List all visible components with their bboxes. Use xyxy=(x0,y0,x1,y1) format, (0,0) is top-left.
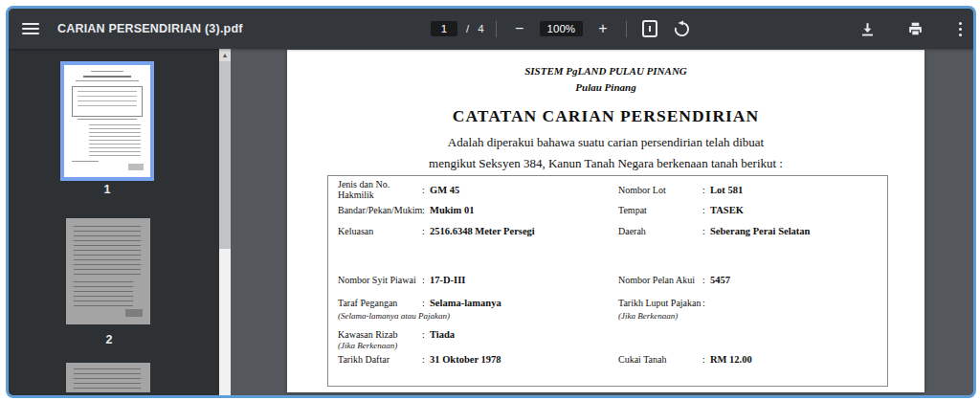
more-options-icon[interactable] xyxy=(959,22,962,36)
page-total: 4 xyxy=(478,23,483,34)
field-row: Tarikh Daftar : 31 Oktober 1978 xyxy=(338,352,617,366)
table-right-column: Nombor Lot : Lot 581 Tempat : TASEK Daer… xyxy=(618,176,881,386)
field-label: Cukai Tanah xyxy=(618,354,702,365)
pdf-toolbar: CARIAN PERSENDIRIAN (3).pdf 1 / 4 − 100%… xyxy=(9,9,973,49)
thumb-line xyxy=(76,80,139,81)
field-row: Nombor Lot : Lot 581 xyxy=(618,183,881,196)
thumb-paragraph xyxy=(89,124,141,157)
thumbnail-page-1[interactable] xyxy=(60,61,154,181)
thumb-line xyxy=(83,76,131,78)
menu-icon[interactable] xyxy=(22,23,39,34)
field-row: Tempat : TASEK xyxy=(618,203,881,216)
print-button[interactable] xyxy=(903,17,926,40)
field-colon: : xyxy=(422,205,430,215)
field-row: Keluasan : 2516.6348 Meter Persegi xyxy=(338,224,617,237)
field-value: Tiada xyxy=(430,329,455,340)
thumb-paragraph xyxy=(74,226,141,276)
field-label: Taraf Pegangan xyxy=(338,298,422,308)
table-left-column: Jenis dan No. Hakmilik : GM 45 Bandar/Pe… xyxy=(338,176,617,386)
field-colon: : xyxy=(422,275,430,285)
zoom-level-input[interactable]: 100% xyxy=(540,21,583,36)
field-label: Daerah xyxy=(618,226,702,236)
field-colon: : xyxy=(702,275,710,285)
field-colon: : xyxy=(702,226,710,236)
field-colon: : xyxy=(702,354,710,365)
field-value: 17-D-III xyxy=(430,275,465,285)
field-label: Keluasan xyxy=(338,226,422,236)
field-row: Jenis dan No. Hakmilik : GM 45 xyxy=(338,183,617,196)
field-value: 31 Oktober 1978 xyxy=(430,354,501,365)
field-row: Taraf Pegangan : Selama-lamanya xyxy=(338,296,617,309)
field-row: Kawasan Rizab : Tiada xyxy=(338,327,617,341)
org-line-1: SISTEM PgLAND PULAU PINANG xyxy=(287,65,924,77)
download-button[interactable] xyxy=(856,17,879,40)
fit-to-page-button[interactable] xyxy=(638,17,661,40)
intro-line-1: Adalah diperakui bahawa suatu carian per… xyxy=(287,135,924,150)
field-colon: : xyxy=(422,329,430,340)
field-row: Bandar/Pekan/Mukim : Mukim 01 xyxy=(338,203,617,216)
fit-to-page-icon xyxy=(642,20,657,37)
field-row: Nombor Syit Piawai : 17-D-III xyxy=(338,273,617,286)
field-value: Selama-lamanya xyxy=(430,298,501,308)
sidebar-scrollbar[interactable]: ▲ xyxy=(219,49,231,395)
page-number-input[interactable]: 1 xyxy=(431,21,457,36)
field-row: Daerah : Seberang Perai Selatan xyxy=(618,224,881,237)
field-note: (Jika Berkenaan) xyxy=(618,311,881,321)
toolbar-divider xyxy=(626,21,627,37)
field-value: Mukim 01 xyxy=(430,205,474,215)
field-colon: : xyxy=(702,205,710,215)
field-row: Tarikh Luput Pajakan : xyxy=(618,296,881,309)
pdf-page-1: SISTEM PgLAND PULAU PINANG Pulau Pinang … xyxy=(287,50,924,392)
thumb-line xyxy=(78,119,137,120)
toolbar-divider xyxy=(496,21,497,37)
minus-icon: − xyxy=(515,21,523,36)
intro-line-2: mengikut Seksyen 384, Kanun Tanah Negara… xyxy=(287,156,924,171)
thumb-stamp xyxy=(128,164,144,170)
zoom-in-button[interactable]: + xyxy=(591,17,614,40)
field-row: Cukai Tanah : RM 12.00 xyxy=(618,352,881,366)
field-value: TASEK xyxy=(710,205,744,215)
page-separator: / xyxy=(466,23,469,34)
field-note: (Selama-lamanya atau Pajakan) xyxy=(338,311,617,321)
thumbnail-label-2: 2 xyxy=(62,333,156,346)
org-line-2: Pulau Pinang xyxy=(287,81,924,93)
thumb-line xyxy=(72,161,99,162)
download-icon xyxy=(859,21,876,37)
field-note: (Jika Berkenaan) xyxy=(338,341,617,350)
thumbnail-sidebar: 1 2 ▲ xyxy=(9,49,231,395)
print-icon xyxy=(907,21,924,37)
thumb-line xyxy=(91,71,123,72)
rotate-button[interactable] xyxy=(670,17,693,40)
document-viewport: SISTEM PgLAND PULAU PINANG Pulau Pinang … xyxy=(231,49,973,395)
document-heading: CATATAN CARIAN PERSENDIRIAN xyxy=(287,106,924,126)
field-value: RM 12.00 xyxy=(710,354,752,365)
thumb-table xyxy=(72,86,143,117)
thumb-paragraph xyxy=(74,281,133,308)
field-value: 5457 xyxy=(710,275,730,285)
field-label: Nombor Lot xyxy=(618,185,702,195)
document-title: CARIAN PERSENDIRIAN (3).pdf xyxy=(57,22,243,35)
zoom-out-button[interactable]: − xyxy=(508,17,531,40)
thumbnail-page-2[interactable] xyxy=(66,218,150,324)
plus-icon: + xyxy=(598,21,607,36)
thumbnail-page-3[interactable] xyxy=(66,363,150,392)
field-label: Tempat xyxy=(618,205,702,215)
field-label: Tarikh Luput Pajakan xyxy=(618,298,702,308)
thumbnail-label-1: 1 xyxy=(60,183,154,196)
field-label: Kawasan Rizab xyxy=(338,329,422,340)
field-colon: : xyxy=(422,226,430,236)
field-label: Nombor Syit Piawai xyxy=(338,275,422,285)
field-value: 2516.6348 Meter Persegi xyxy=(430,226,535,236)
field-label: Nombor Pelan Akui xyxy=(618,275,702,285)
thumb-paragraph xyxy=(74,368,141,390)
thumb-stamp xyxy=(125,309,143,317)
field-colon: : xyxy=(422,185,430,195)
field-row: Nombor Pelan Akui : 5457 xyxy=(618,273,881,286)
rotate-counterclockwise-icon xyxy=(673,20,691,38)
field-label: Bandar/Pekan/Mukim xyxy=(338,205,422,215)
scroll-up-arrow-icon[interactable]: ▲ xyxy=(219,49,231,61)
field-label: Tarikh Daftar xyxy=(338,354,422,365)
field-colon: : xyxy=(702,185,710,195)
field-colon: : xyxy=(422,298,430,308)
scrollbar-thumb[interactable] xyxy=(219,61,231,249)
